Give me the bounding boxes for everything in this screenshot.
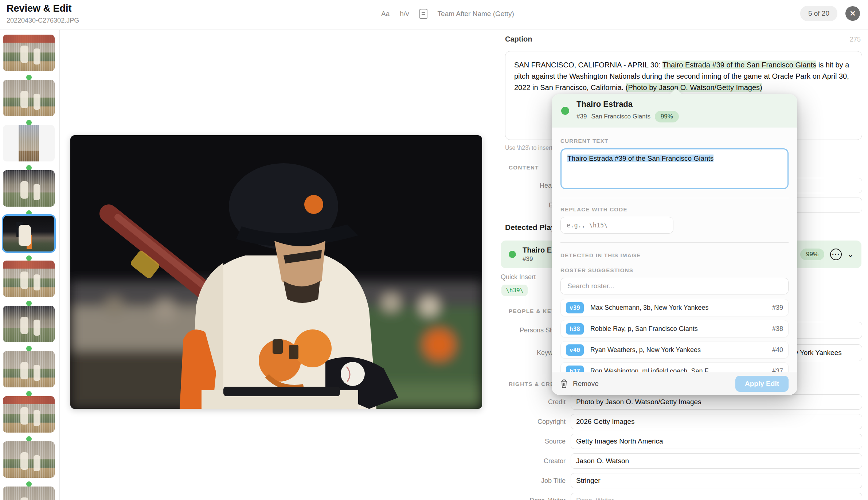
divider xyxy=(560,242,789,243)
roster-player-number: #39 xyxy=(772,304,783,312)
desc-writer-field[interactable]: Desc. Writer xyxy=(571,493,862,500)
job-title-row: Job Title Stringer xyxy=(505,473,862,488)
quick-insert-label: Quick Insert xyxy=(501,273,536,281)
confidence-badge: 99% xyxy=(800,249,824,260)
creator-label: Creator xyxy=(505,457,571,465)
thumbnail-item[interactable] xyxy=(3,487,55,500)
main-canvas xyxy=(60,30,490,500)
player-edit-popover: Thairo Estrada #39 San Francisco Giants … xyxy=(552,94,797,395)
roster-suggestions-label: ROSTER SUGGESTIONS xyxy=(560,267,789,273)
more-options-icon[interactable]: ··· xyxy=(830,249,842,260)
current-text-input[interactable]: Thairo Estrada #39 of the San Francisco … xyxy=(560,148,789,189)
caption-char-count: 275 xyxy=(850,36,861,43)
status-dot xyxy=(26,301,32,306)
popover-player-name: Thairo Estrada xyxy=(576,99,679,109)
text-size-button[interactable]: Aa xyxy=(381,10,390,18)
remove-button[interactable]: Remove xyxy=(560,379,599,388)
desc-writer-label: Desc. Writer xyxy=(505,497,571,500)
apply-edit-button[interactable]: Apply Edit xyxy=(735,376,789,392)
thumbnail-item[interactable] xyxy=(3,170,55,216)
thumbnail-item[interactable] xyxy=(3,125,55,171)
orientation-button[interactable]: h/v xyxy=(400,10,409,18)
status-dot xyxy=(26,436,32,442)
thumbnail-item[interactable] xyxy=(3,80,55,125)
thumbnail-item[interactable] xyxy=(3,35,55,80)
replace-with-code-label: REPLACE WITH CODE xyxy=(560,206,789,212)
replace-code-input[interactable] xyxy=(560,217,673,234)
caption-highlight-credit[interactable]: (Photo by Jason O. Watson/Getty Images) xyxy=(626,83,762,92)
roster-player-number: #40 xyxy=(772,346,783,354)
thumbnail-item[interactable] xyxy=(3,306,55,351)
thumbnail-item[interactable] xyxy=(3,351,55,397)
template-icon xyxy=(419,9,427,19)
remove-label: Remove xyxy=(573,380,599,388)
page-title: Review & Edit xyxy=(7,3,72,14)
caption-label: Caption xyxy=(505,35,532,43)
status-dot xyxy=(26,75,32,80)
template-selector[interactable]: Team After Name (Getty) xyxy=(438,10,514,18)
thumbnail-item[interactable] xyxy=(3,441,55,487)
copyright-field[interactable]: 2026 Getty Images xyxy=(571,414,862,429)
roster-item[interactable]: v39 Max Schuemann, 3b, New York Yankees … xyxy=(560,299,789,316)
roster-code-badge: v39 xyxy=(566,302,584,313)
roster-code-badge: h38 xyxy=(566,323,584,335)
main-photo xyxy=(70,135,482,409)
copyright-label: Copyright xyxy=(505,418,571,426)
popover-player-number: #39 xyxy=(576,113,587,120)
status-dot xyxy=(26,120,32,125)
player-status-dot xyxy=(561,107,569,115)
status-dot xyxy=(26,391,32,397)
source-field[interactable]: Getty Images North America xyxy=(571,434,862,449)
trash-icon xyxy=(560,379,568,388)
header-bar: Review & Edit 20220430-C276302.JPG Aa h/… xyxy=(0,0,868,30)
roster-player-name: Robbie Ray, p, San Francisco Giants xyxy=(590,325,698,333)
roster-player-number: #38 xyxy=(772,325,783,333)
filename: 20220430-C276302.JPG xyxy=(7,17,79,24)
creator-row: Creator Jason O. Watson xyxy=(505,453,862,469)
copyright-row: Copyright 2026 Getty Images xyxy=(505,414,862,429)
source-row: Source Getty Images North America xyxy=(505,434,862,449)
creator-field[interactable]: Jason O. Watson xyxy=(571,453,862,469)
credit-field[interactable]: Photo by Jason O. Watson/Getty Images xyxy=(571,394,862,410)
roster-search-input[interactable] xyxy=(560,278,789,294)
roster-item[interactable]: h38 Robbie Ray, p, San Francisco Giants … xyxy=(560,320,789,337)
caption-highlight-player[interactable]: Thairo Estrada #39 of the San Francisco … xyxy=(662,60,816,69)
divider xyxy=(560,198,789,198)
thumbnail-item[interactable] xyxy=(3,261,55,306)
desc-writer-row: Desc. Writer Desc. Writer xyxy=(505,493,862,500)
selected-text: Thairo Estrada #39 of the San Francisco … xyxy=(567,155,713,162)
popover-footer: Remove Apply Edit xyxy=(552,372,797,395)
current-text-label: CURRENT TEXT xyxy=(560,138,789,144)
status-dot xyxy=(26,210,32,216)
popover-player-team: San Francisco Giants xyxy=(591,113,650,120)
detected-in-image-label: DETECTED IN THIS IMAGE xyxy=(560,252,789,258)
thumbnail-sidebar xyxy=(0,30,60,500)
job-title-field[interactable]: Stringer xyxy=(571,473,862,488)
close-icon[interactable]: ✕ xyxy=(845,6,860,21)
section-content: CONTENT xyxy=(509,164,539,171)
credit-label: Credit xyxy=(505,398,571,406)
thumbnail-item[interactable] xyxy=(3,396,55,442)
credit-row: Credit Photo by Jason O. Watson/Getty Im… xyxy=(505,394,862,410)
roster-list: v39 Max Schuemann, 3b, New York Yankees … xyxy=(560,299,789,380)
roster-player-name: Ryan Weathers, p, New York Yankees xyxy=(590,346,701,354)
image-counter-badge: 5 of 20 xyxy=(800,6,837,21)
status-dot xyxy=(26,165,32,171)
chevron-down-icon[interactable]: ⌄ xyxy=(848,250,853,259)
status-dot xyxy=(26,255,32,261)
status-dot xyxy=(26,346,32,351)
popover-header: Thairo Estrada #39 San Francisco Giants … xyxy=(552,94,797,128)
roster-player-name: Max Schuemann, 3b, New York Yankees xyxy=(590,304,709,312)
player-status-dot xyxy=(509,251,516,258)
caption-text: SAN FRANCISCO, CALIFORNIA - APRIL 30: xyxy=(514,61,662,69)
source-label: Source xyxy=(505,438,571,445)
status-dot xyxy=(26,481,32,487)
popover-confidence-badge: 99% xyxy=(655,111,679,122)
thumbnail-item-selected[interactable] xyxy=(3,215,55,261)
roster-item[interactable]: v40 Ryan Weathers, p, New York Yankees #… xyxy=(560,341,789,359)
quick-insert-chip[interactable]: \h39\ xyxy=(501,285,528,296)
roster-code-badge: v40 xyxy=(566,344,584,356)
job-title-label: Job Title xyxy=(505,477,571,485)
